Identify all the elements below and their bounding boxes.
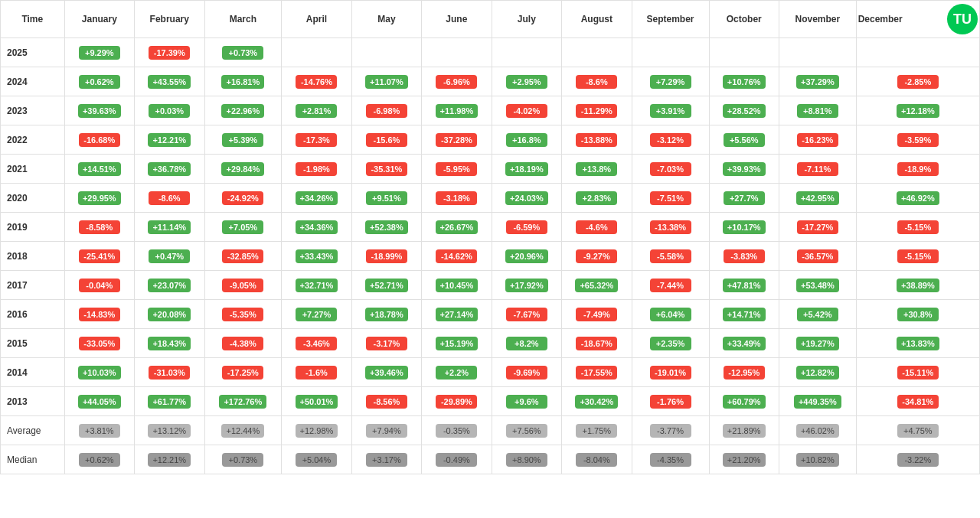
- average-cell: -3.77%: [632, 416, 709, 445]
- average-cell: +4.75%: [856, 416, 979, 445]
- value-cell: -37.28%: [422, 125, 492, 155]
- average-cell: +3.81%: [64, 416, 134, 445]
- value-cell: -14.76%: [282, 67, 351, 96]
- median-label: Median: [1, 445, 65, 474]
- value-cell: -16.68%: [64, 125, 134, 155]
- data-row: 2023+39.63%+0.03%+22.96%+2.81%-6.98%+11.…: [1, 96, 980, 125]
- average-label: Average: [1, 416, 65, 445]
- value-cell: +29.84%: [204, 155, 282, 184]
- col-header-december: DecemberTU: [856, 1, 979, 38]
- value-cell: -18.67%: [562, 329, 632, 358]
- value-cell: -17.3%: [282, 125, 351, 155]
- value-cell: +34.26%: [282, 184, 351, 213]
- year-cell: 2018: [1, 242, 65, 271]
- value-cell: +27.7%: [709, 184, 779, 213]
- value-cell: +14.71%: [709, 300, 779, 329]
- value-cell: [351, 38, 421, 67]
- data-row: 2017-0.04%+23.07%-9.05%+32.71%+52.71%+10…: [1, 271, 980, 300]
- value-cell: +30.8%: [856, 300, 979, 329]
- value-cell: +39.46%: [351, 358, 421, 387]
- value-cell: -18.9%: [856, 155, 979, 184]
- value-cell: +7.29%: [632, 67, 709, 96]
- value-cell: +18.19%: [492, 155, 561, 184]
- year-cell: 2023: [1, 96, 65, 125]
- median-cell: +0.62%: [64, 445, 134, 474]
- year-cell: 2024: [1, 67, 65, 96]
- year-cell: 2019: [1, 213, 65, 242]
- value-cell: -1.76%: [632, 387, 709, 416]
- value-cell: -17.25%: [204, 358, 282, 387]
- average-cell: +21.89%: [709, 416, 779, 445]
- value-cell: -12.95%: [709, 358, 779, 387]
- value-cell: -7.44%: [632, 271, 709, 300]
- value-cell: -4.02%: [492, 96, 561, 125]
- col-header-september: September: [632, 1, 709, 38]
- value-cell: +13.8%: [562, 155, 632, 184]
- value-cell: +38.89%: [856, 271, 979, 300]
- value-cell: +30.42%: [562, 387, 632, 416]
- value-cell: +44.05%: [64, 387, 134, 416]
- value-cell: -35.31%: [351, 155, 421, 184]
- value-cell: -7.67%: [492, 300, 561, 329]
- value-cell: +20.08%: [135, 300, 204, 329]
- value-cell: -9.27%: [562, 242, 632, 271]
- value-cell: +23.07%: [135, 271, 204, 300]
- value-cell: -3.12%: [632, 125, 709, 155]
- value-cell: -16.23%: [779, 125, 856, 155]
- value-cell: -5.15%: [856, 213, 979, 242]
- value-cell: [779, 38, 856, 67]
- value-cell: +34.36%: [282, 213, 351, 242]
- value-cell: +0.03%: [135, 96, 204, 125]
- value-cell: +16.8%: [492, 125, 561, 155]
- value-cell: +29.95%: [64, 184, 134, 213]
- value-cell: +15.19%: [422, 329, 492, 358]
- col-header-march: March: [204, 1, 282, 38]
- value-cell: [856, 38, 979, 67]
- data-row: 2019-8.58%+11.14%+7.05%+34.36%+52.38%+26…: [1, 213, 980, 242]
- tu-logo: TU: [947, 4, 978, 34]
- value-cell: +16.81%: [204, 67, 282, 96]
- value-cell: +33.49%: [709, 329, 779, 358]
- main-container: TimeJanuaryFebruaryMarchAprilMayJuneJuly…: [0, 0, 980, 474]
- value-cell: -6.59%: [492, 213, 561, 242]
- value-cell: -5.15%: [856, 242, 979, 271]
- value-cell: -1.6%: [282, 358, 351, 387]
- average-cell: +1.75%: [562, 416, 632, 445]
- value-cell: +52.71%: [351, 271, 421, 300]
- year-cell: 2015: [1, 329, 65, 358]
- value-cell: +2.2%: [422, 358, 492, 387]
- data-row: 2016-14.83%+20.08%-5.35%+7.27%+18.78%+27…: [1, 300, 980, 329]
- col-header-october: October: [709, 1, 779, 38]
- value-cell: -5.35%: [204, 300, 282, 329]
- average-row: Average+3.81%+13.12%+12.44%+12.98%+7.94%…: [1, 416, 980, 445]
- data-row: 2025+9.29%-17.39%+0.73%: [1, 38, 980, 67]
- value-cell: -14.83%: [64, 300, 134, 329]
- average-cell: +7.56%: [492, 416, 561, 445]
- value-cell: +17.92%: [492, 271, 561, 300]
- value-cell: -3.18%: [422, 184, 492, 213]
- value-cell: [282, 38, 351, 67]
- value-cell: +172.76%: [204, 387, 282, 416]
- value-cell: +10.45%: [422, 271, 492, 300]
- value-cell: -9.69%: [492, 358, 561, 387]
- value-cell: -6.96%: [422, 67, 492, 96]
- year-cell: 2016: [1, 300, 65, 329]
- value-cell: +39.63%: [64, 96, 134, 125]
- value-cell: +11.14%: [135, 213, 204, 242]
- value-cell: +13.83%: [856, 329, 979, 358]
- average-cell: +46.02%: [779, 416, 856, 445]
- median-cell: +21.20%: [709, 445, 779, 474]
- performance-table: TimeJanuaryFebruaryMarchAprilMayJuneJuly…: [0, 0, 980, 474]
- value-cell: -5.95%: [422, 155, 492, 184]
- value-cell: +61.77%: [135, 387, 204, 416]
- value-cell: +28.52%: [709, 96, 779, 125]
- value-cell: -11.29%: [562, 96, 632, 125]
- value-cell: +10.17%: [709, 213, 779, 242]
- value-cell: +10.03%: [64, 358, 134, 387]
- value-cell: -7.49%: [562, 300, 632, 329]
- value-cell: +2.83%: [562, 184, 632, 213]
- year-cell: 2025: [1, 38, 65, 67]
- median-cell: -0.49%: [422, 445, 492, 474]
- value-cell: +449.35%: [779, 387, 856, 416]
- value-cell: -8.6%: [135, 184, 204, 213]
